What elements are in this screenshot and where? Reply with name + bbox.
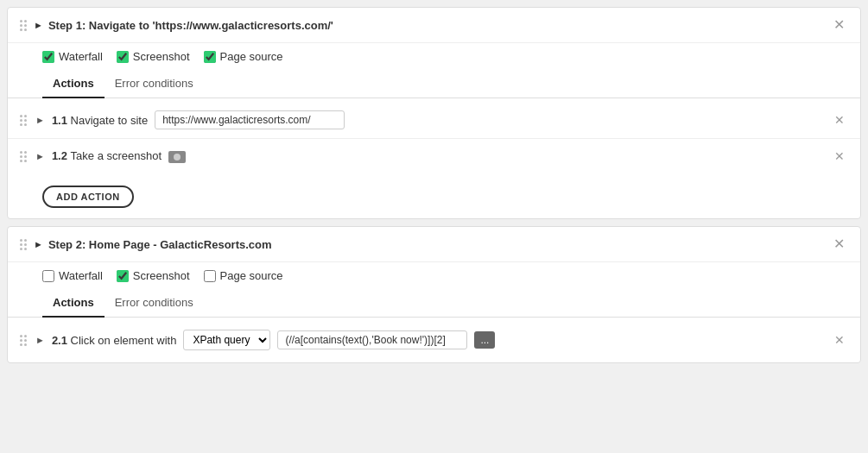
- action-1-2-drag-handle[interactable]: [18, 149, 29, 164]
- action-2-1-drag-handle[interactable]: [18, 333, 29, 348]
- step-1-screenshot-label: Screenshot: [133, 50, 190, 63]
- step-2-tab-error[interactable]: Error conditions: [105, 289, 204, 318]
- step-1-waterfall-checkbox[interactable]: [42, 51, 54, 63]
- step-2-waterfall-label: Waterfall: [59, 269, 103, 282]
- step-2-header: ► Step 2: Home Page - GalacticResorts.co…: [8, 227, 860, 262]
- page-container: ► Step 1: Navigate to 'https://www.galac…: [0, 7, 868, 363]
- step-2-screenshot-option[interactable]: Screenshot: [117, 269, 190, 282]
- screenshot-icon: [168, 151, 186, 163]
- step-1-title: Step 1: Navigate to 'https://www.galacti…: [48, 19, 823, 32]
- action-2-1-text: Click on element with: [71, 334, 177, 347]
- step-2-pagesource-option[interactable]: Page source: [204, 269, 283, 282]
- step-1-screenshot-option[interactable]: Screenshot: [117, 50, 190, 63]
- step-1-options: Waterfall Screenshot Page source: [8, 43, 860, 70]
- action-1-1-drag-handle[interactable]: [18, 113, 29, 128]
- action-2-1-chevron[interactable]: ►: [35, 335, 45, 345]
- step-2-screenshot-checkbox[interactable]: [117, 270, 129, 282]
- action-1-1-close[interactable]: ✕: [829, 111, 850, 129]
- step-1-tabs: Actions Error conditions: [8, 70, 860, 98]
- step-2-tab-actions[interactable]: Actions: [42, 289, 105, 318]
- step-1-tab-actions[interactable]: Actions: [42, 70, 105, 98]
- action-1-1-num: 1.1: [52, 114, 71, 127]
- step-1-pagesource-label: Page source: [220, 50, 283, 63]
- action-2-1-selector-type[interactable]: XPath query: [183, 330, 270, 350]
- step-2-waterfall-checkbox[interactable]: [42, 270, 54, 282]
- step-1-add-action-button[interactable]: ADD ACTION: [42, 186, 134, 208]
- step-1-screenshot-checkbox[interactable]: [117, 51, 129, 63]
- action-2-1-close[interactable]: ✕: [829, 331, 850, 349]
- step-1-chevron[interactable]: ►: [34, 20, 43, 30]
- action-2-1-xpath-input[interactable]: [277, 330, 467, 349]
- action-1-2-chevron[interactable]: ►: [35, 151, 45, 161]
- step-2-drag-handle[interactable]: [18, 237, 29, 252]
- step-1-tab-error[interactable]: Error conditions: [105, 70, 204, 98]
- step-2-pagesource-label: Page source: [220, 269, 283, 282]
- step-2-chevron[interactable]: ►: [34, 239, 43, 249]
- step-2-actions-area: ► 2.1 Click on element with XPath query …: [8, 318, 860, 362]
- action-1-2-num: 1.2: [52, 149, 71, 162]
- action-2-1-num: 2.1: [52, 334, 71, 347]
- step-2-waterfall-option[interactable]: Waterfall: [42, 269, 103, 282]
- step-1-header: ► Step 1: Navigate to 'https://www.galac…: [8, 8, 860, 43]
- step-2-title: Step 2: Home Page - GalacticResorts.com: [48, 238, 823, 251]
- step-1-block: ► Step 1: Navigate to 'https://www.galac…: [7, 7, 861, 219]
- action-2-1-label: 2.1 Click on element with: [52, 334, 177, 347]
- step-2-close[interactable]: ✕: [828, 236, 850, 253]
- step-1-action-2: ► 1.2 Take a screenshot ✕: [8, 139, 860, 173]
- action-2-1-more-button[interactable]: ...: [474, 331, 495, 349]
- step-2-options: Waterfall Screenshot Page source: [8, 262, 860, 289]
- step-1-pagesource-option[interactable]: Page source: [204, 50, 283, 63]
- step-2-tabs: Actions Error conditions: [8, 289, 860, 318]
- step-1-waterfall-label: Waterfall: [59, 50, 103, 63]
- action-1-1-text: Navigate to site: [71, 114, 149, 127]
- step-2-screenshot-label: Screenshot: [133, 269, 190, 282]
- step-1-drag-handle[interactable]: [18, 18, 29, 33]
- step-2-block: ► Step 2: Home Page - GalacticResorts.co…: [7, 226, 861, 363]
- action-1-2-close[interactable]: ✕: [829, 148, 850, 165]
- step-1-close[interactable]: ✕: [828, 16, 850, 34]
- step-2-pagesource-checkbox[interactable]: [204, 270, 216, 282]
- action-1-1-chevron[interactable]: ►: [35, 115, 45, 125]
- step-1-waterfall-option[interactable]: Waterfall: [42, 50, 103, 63]
- step-1-actions-area: ► 1.1 Navigate to site ✕ ► 1.2 Ta: [8, 98, 860, 177]
- step-1-pagesource-checkbox[interactable]: [204, 51, 216, 63]
- action-1-2-label: 1.2 Take a screenshot: [52, 149, 186, 163]
- step-1-action-1: ► 1.1 Navigate to site ✕: [8, 102, 860, 139]
- action-1-1-url-input[interactable]: [155, 110, 345, 129]
- action-1-2-text: Take a screenshot: [71, 149, 162, 162]
- step-2-action-1: ► 2.1 Click on element with XPath query …: [8, 321, 860, 359]
- action-1-1-label: 1.1 Navigate to site: [52, 114, 148, 127]
